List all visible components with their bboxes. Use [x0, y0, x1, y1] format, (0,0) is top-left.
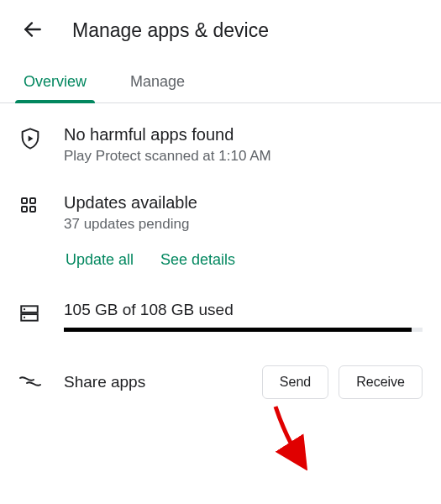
storage-bar	[64, 328, 423, 332]
see-details-button[interactable]: See details	[159, 248, 237, 272]
back-button[interactable]	[17, 13, 49, 48]
svg-rect-5	[30, 207, 35, 212]
shield-play-icon	[18, 127, 42, 150]
svg-rect-3	[30, 198, 35, 203]
arrow-back-icon	[22, 18, 44, 40]
updates-title: Updates available	[64, 193, 423, 213]
share-apps-label: Share apps	[64, 373, 252, 391]
storage-text: 105 GB of 108 GB used	[64, 301, 423, 319]
svg-rect-2	[22, 198, 27, 203]
apps-grid-icon	[18, 195, 39, 215]
overview-content: No harmful apps found Play Protect scann…	[0, 103, 441, 399]
updates-row: Updates available 37 updates pending Upd…	[18, 193, 423, 272]
play-protect-row[interactable]: No harmful apps found Play Protect scann…	[18, 125, 423, 165]
storage-icon	[18, 302, 40, 324]
app-bar: Manage apps & device	[0, 0, 441, 63]
svg-marker-1	[29, 136, 34, 142]
update-all-button[interactable]: Update all	[64, 248, 135, 272]
send-button[interactable]: Send	[262, 365, 328, 399]
storage-bar-fill	[64, 328, 412, 332]
share-apps-row: Share apps Send Receive	[18, 365, 423, 399]
share-nearby-icon	[18, 371, 42, 391]
updates-subtitle: 37 updates pending	[64, 216, 423, 233]
tab-overview[interactable]: Overview	[15, 63, 95, 102]
storage-row[interactable]: 105 GB of 108 GB used	[18, 301, 423, 332]
protect-subtitle: Play Protect scanned at 1:10 AM	[64, 148, 423, 165]
tab-bar: Overview Manage	[0, 63, 441, 103]
annotation-arrow	[269, 403, 319, 470]
svg-point-9	[24, 317, 25, 318]
receive-button[interactable]: Receive	[339, 365, 423, 399]
page-title: Manage apps & device	[72, 19, 269, 42]
svg-rect-4	[22, 207, 27, 212]
protect-title: No harmful apps found	[64, 125, 423, 144]
svg-point-8	[24, 308, 25, 310]
tab-manage[interactable]: Manage	[122, 63, 193, 102]
